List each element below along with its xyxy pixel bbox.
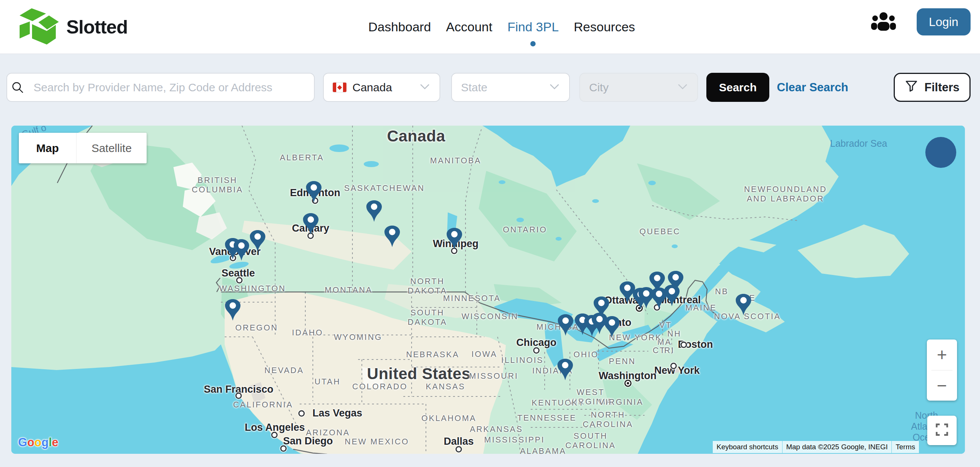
city-select: City — [579, 73, 698, 102]
provider-map-pin[interactable] — [383, 225, 401, 247]
funnel-icon — [905, 79, 918, 96]
google-logo-letter: e — [52, 436, 59, 449]
canada-flag-icon — [333, 83, 347, 92]
city-placeholder: City — [589, 81, 609, 94]
fullscreen-icon — [935, 423, 949, 438]
provider-map-pin[interactable] — [232, 238, 250, 261]
provider-map-pin[interactable] — [302, 212, 320, 235]
google-logo-letter: o — [27, 436, 34, 449]
state-select[interactable]: State — [451, 73, 570, 102]
search-button[interactable]: Search — [706, 73, 769, 102]
country-value: Canada — [352, 81, 392, 94]
google-logo-letter: G — [18, 436, 27, 449]
chevron-down-icon — [419, 83, 430, 92]
map-attribution: Keyboard shortcuts Map data ©2025 Google… — [713, 441, 919, 453]
search-toolbar: Canada State City Search Clear Search — [0, 73, 980, 102]
country-select[interactable]: Canada — [323, 73, 440, 102]
chevron-down-icon — [549, 83, 560, 92]
provider-map-pin[interactable] — [603, 316, 621, 338]
provider-map-pin[interactable] — [667, 270, 684, 293]
clear-search-link[interactable]: Clear Search — [777, 73, 848, 102]
nav-item-dashboard[interactable]: Dashboard — [368, 18, 431, 37]
nav-item-find-3pl[interactable]: Find 3PL — [507, 18, 559, 37]
fullscreen-button[interactable] — [927, 416, 957, 445]
chevron-down-icon — [677, 83, 688, 92]
login-button[interactable]: Login — [917, 8, 970, 35]
box-logo-icon — [20, 8, 59, 46]
filters-button[interactable]: Filters — [894, 73, 970, 102]
map-type-map-button[interactable]: Map — [19, 133, 76, 163]
provider-map-pin[interactable] — [735, 293, 752, 316]
nav-item-resources[interactable]: Resources — [573, 18, 636, 37]
brand-logo[interactable]: Slotted — [20, 8, 127, 46]
brand-name: Slotted — [66, 16, 127, 38]
chat-widget-button[interactable] — [925, 137, 956, 168]
provider-map-pin[interactable] — [365, 199, 383, 222]
keyboard-shortcuts-link[interactable]: Keyboard shortcuts — [713, 441, 782, 453]
filters-label: Filters — [924, 81, 959, 94]
people-group-icon[interactable] — [871, 11, 896, 32]
page: Slotted DashboardAccountFind 3PLResource… — [0, 0, 980, 467]
search-input[interactable] — [6, 73, 315, 102]
zoom-out-button[interactable]: − — [927, 370, 957, 401]
terms-link[interactable]: Terms — [892, 441, 919, 453]
map-data-attribution: Map data ©2025 Google, INEGI — [783, 441, 892, 453]
nav-item-account[interactable]: Account — [445, 18, 493, 37]
map-type-satellite-button[interactable]: Satellite — [76, 133, 146, 163]
provider-map-pin[interactable] — [249, 230, 266, 252]
map-markers-layer — [11, 126, 965, 454]
state-placeholder: State — [461, 81, 487, 94]
map-canvas[interactable]: CanadaUnited StatesBRITISH COLUMBIAALBER… — [11, 126, 965, 454]
zoom-in-button[interactable]: + — [927, 339, 957, 370]
map-type-control: Map Satellite — [19, 133, 146, 163]
header: Slotted DashboardAccountFind 3PLResource… — [0, 0, 980, 54]
provider-map-pin[interactable] — [557, 314, 574, 336]
provider-map-pin[interactable] — [556, 358, 574, 381]
zoom-control: + − — [927, 339, 957, 401]
google-logo-letter: l — [49, 436, 52, 449]
provider-map-pin[interactable] — [305, 180, 323, 203]
google-logo-letter: g — [41, 436, 49, 449]
google-logo-letter: o — [34, 436, 41, 449]
main-nav: DashboardAccountFind 3PLResources — [368, 0, 636, 54]
provider-map-pin[interactable] — [445, 227, 463, 250]
provider-map-pin[interactable] — [224, 298, 242, 321]
google-logo[interactable]: Google — [18, 436, 59, 449]
